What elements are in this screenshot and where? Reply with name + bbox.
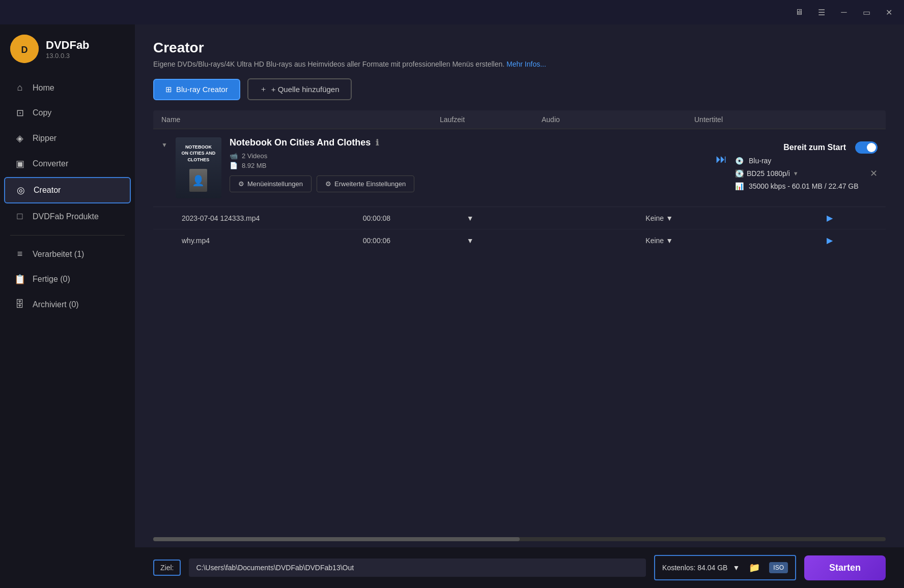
bluray-creator-button[interactable]: ⊞ Blu-ray Creator: [153, 79, 240, 100]
subtitle-select-2[interactable]: Keine ▼: [645, 237, 827, 245]
col-duration: Laufzeit: [440, 115, 542, 124]
subtitle-chevron-2: ▼: [666, 237, 673, 245]
play-forward-icon[interactable]: ⏭: [716, 153, 727, 166]
scrollbar-track[interactable]: [153, 537, 886, 541]
sidebar-item-fertige[interactable]: 📋 Fertige (0): [4, 267, 131, 291]
verarbeitet-icon: ≡: [14, 249, 25, 259]
col-actions: [847, 115, 878, 124]
copy-icon: ⊡: [14, 107, 25, 119]
sidebar-item-creator[interactable]: ◎ Creator: [4, 177, 131, 203]
advanced-settings-button[interactable]: ⚙ Erweiterte Einstellungen: [317, 175, 414, 192]
scrollbar-thumb[interactable]: [153, 537, 520, 541]
bottom-bar: Ziel: Kostenlos: 84.04 GB ▼ 📁 ISO Starte…: [135, 547, 904, 588]
add-source-button[interactable]: ＋ + Quelle hinzufügen: [247, 78, 352, 100]
products-icon: □: [14, 211, 25, 222]
entry-close-btn[interactable]: ✕: [870, 168, 878, 179]
subfile-name-2: why.mp4: [182, 237, 363, 245]
info-icon[interactable]: ℹ: [376, 138, 379, 148]
mehr-infos-link[interactable]: Mehr Infos...: [506, 60, 546, 68]
desc-text: Eigene DVDs/Blu-rays/4K Ultra HD Blu-ray…: [153, 60, 504, 68]
subfile-duration-2: 00:00:06: [363, 237, 465, 245]
add-icon: ＋: [260, 84, 267, 94]
sidebar-label-home: Home: [33, 83, 54, 93]
sidebar-item-copy[interactable]: ⊡ Copy: [4, 101, 131, 125]
close-btn[interactable]: ✕: [882, 5, 896, 19]
storage-info: Kostenlos: 84.04 GB ▼ 📁 ISO: [654, 555, 796, 580]
quality-disc-icon: 💽: [735, 169, 744, 178]
file-size: 8.92 MB: [242, 162, 266, 169]
audio-select-2[interactable]: ▼: [465, 237, 646, 245]
sidebar-label-copy: Copy: [33, 108, 51, 117]
file-table: Name Laufzeit Audio Untertitel ▼ NOTEBOO…: [153, 110, 886, 531]
converter-icon: ▣: [14, 158, 25, 169]
video-count: 2 Videos: [242, 152, 267, 160]
quality-value: BD25 1080p/i: [747, 169, 790, 178]
subtitle-select-1[interactable]: Keine ▼: [645, 214, 827, 222]
output-path-input[interactable]: [189, 558, 646, 577]
play-area: ⏭: [716, 137, 727, 166]
audio-select-1[interactable]: ▼: [465, 214, 646, 222]
play-icon-2[interactable]: ▶: [827, 236, 833, 245]
add-source-label: + Quelle hinzufügen: [271, 85, 340, 94]
sidebar-label-ripper: Ripper: [33, 134, 56, 143]
maximize-btn[interactable]: ▭: [859, 5, 873, 19]
minimize-btn[interactable]: ─: [837, 5, 851, 19]
play-icon-1[interactable]: ▶: [827, 213, 833, 223]
storage-chevron[interactable]: ▼: [732, 564, 740, 572]
sidebar-label-products: DVDFab Produkte: [33, 212, 99, 221]
file-info: Notebook On Cities And Clothes ℹ 📹 2 Vid…: [230, 137, 708, 192]
sidebar-item-converter[interactable]: ▣ Converter: [4, 152, 131, 176]
sidebar-item-ripper[interactable]: ◈ Ripper: [4, 126, 131, 151]
sidebar-item-archiviert[interactable]: 🗄 Archiviert (0): [4, 292, 131, 316]
main-content: Creator Eigene DVDs/Blu-rays/4K Ultra HD…: [135, 24, 904, 588]
app-icon-btn[interactable]: 🖥: [792, 5, 806, 19]
collapse-arrow[interactable]: ▼: [161, 141, 167, 149]
bluray-creator-label: Blu-ray Creator: [176, 85, 228, 94]
sidebar-label-converter: Converter: [33, 159, 68, 168]
video-meta-icon: 📹: [230, 152, 238, 160]
col-audio: Audio: [542, 115, 694, 124]
folder-browse-button[interactable]: 📁: [745, 560, 764, 575]
start-button[interactable]: Starten: [804, 555, 886, 580]
sidebar-item-dvdfab-products[interactable]: □ DVDFab Produkte: [4, 204, 131, 228]
bitrate-row: 📊 35000 kbps - 60.01 MB / 22.47 GB: [735, 182, 878, 190]
app-body: D DVDFab 13.0.0.3 ⌂ Home ⊡ Copy ◈ Ripper…: [0, 24, 904, 588]
logo-text: DVDFab 13.0.0.3: [46, 39, 90, 60]
bluray-icon: 💿: [735, 157, 744, 165]
row-actions-2: ▶: [827, 236, 857, 245]
thumb-portrait: 👤: [189, 169, 207, 192]
menu-btn[interactable]: ☰: [814, 5, 829, 19]
page-title: Creator: [153, 40, 886, 56]
quality-chevron[interactable]: ▼: [793, 170, 799, 177]
meta-videos: 📹 2 Videos: [230, 152, 708, 160]
sidebar: D DVDFab 13.0.0.3 ⌂ Home ⊡ Copy ◈ Ripper…: [0, 24, 135, 588]
sub-files: 2023-07-04 124333.mp4 00:00:08 ▼ Keine ▼…: [153, 207, 886, 251]
ripper-icon: ◈: [14, 133, 25, 144]
bitrate-value: 35000 kbps - 60.01 MB / 22.47 GB: [749, 182, 859, 190]
ready-row: Bereit zum Start: [735, 141, 878, 154]
ziel-label: Ziel:: [153, 560, 181, 576]
iso-button[interactable]: ISO: [769, 562, 788, 573]
subtitle-value-1: Keine: [645, 214, 664, 222]
svg-text:D: D: [21, 45, 28, 55]
advanced-settings-icon: ⚙: [325, 180, 331, 188]
sidebar-item-verarbeitet[interactable]: ≡ Verarbeitet (1): [4, 242, 131, 266]
quality-row[interactable]: 💽 BD25 1080p/i ▼ ✕: [735, 168, 878, 179]
fertige-icon: 📋: [14, 274, 25, 285]
meta-size: 📄 8.92 MB: [230, 162, 708, 169]
menu-settings-button[interactable]: ⚙ Menüeinstellungen: [230, 175, 312, 192]
ready-toggle[interactable]: [855, 141, 878, 154]
sidebar-label-fertige: Fertige (0): [33, 275, 70, 284]
sidebar-label-verarbeitet: Verarbeitet (1): [33, 250, 84, 259]
size-meta-icon: 📄: [230, 162, 238, 169]
scrollbar-area: [153, 535, 886, 543]
row-actions-1: ▶: [827, 213, 857, 223]
menu-settings-icon: ⚙: [238, 180, 244, 188]
sidebar-label-archiviert: Archiviert (0): [33, 300, 79, 309]
action-buttons: ⚙ Menüeinstellungen ⚙ Erweiterte Einstel…: [230, 175, 708, 192]
subfile-name-1: 2023-07-04 124333.mp4: [182, 214, 363, 222]
sidebar-item-home[interactable]: ⌂ Home: [4, 76, 131, 100]
toolbar: ⊞ Blu-ray Creator ＋ + Quelle hinzufügen: [135, 78, 904, 110]
file-right-panel: Bereit zum Start 💿 Blu-ray 💽 BD25 1080p/…: [735, 137, 878, 190]
file-title-row: Notebook On Cities And Clothes ℹ: [230, 137, 708, 148]
